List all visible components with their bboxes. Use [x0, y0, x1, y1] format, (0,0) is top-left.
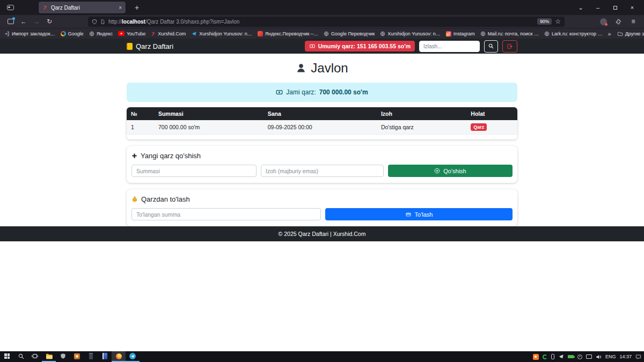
- bookmark-item[interactable]: Instagram: [446, 31, 475, 36]
- windows-logo-icon: [4, 353, 10, 359]
- pc-app-button[interactable]: [84, 351, 98, 362]
- brand-link[interactable]: Qarz Daftari: [127, 42, 173, 50]
- cell-sana: 09-09-2025 00:00: [264, 120, 377, 135]
- app-menu-button[interactable]: ≡: [627, 16, 640, 27]
- task-view-button[interactable]: [28, 351, 42, 362]
- paid-amount-input[interactable]: [131, 208, 321, 220]
- browser-tab-bar: Qarz Daftari × + ⌄ – ×: [0, 0, 644, 15]
- browser-tab[interactable]: Qarz Daftari ×: [39, 2, 126, 13]
- bookmark-star-icon[interactable]: ☆: [555, 18, 561, 25]
- phone-tray-icon[interactable]: [551, 354, 554, 359]
- start-button[interactable]: [0, 351, 14, 362]
- pay-button[interactable]: To'lash: [325, 208, 513, 220]
- bookmark-item[interactable]: Импорт закладок…: [4, 31, 55, 36]
- logout-button[interactable]: [502, 40, 517, 53]
- bookmark-item[interactable]: Xurshidjon Yunusov: n…: [191, 31, 252, 36]
- instagram-icon: [446, 31, 451, 36]
- green-c-tray-icon[interactable]: [543, 354, 547, 359]
- tab-close-icon[interactable]: ×: [119, 5, 122, 11]
- window-controls: ⌄ – ×: [572, 1, 641, 14]
- defender-button[interactable]: [56, 351, 70, 362]
- globe-icon: [544, 31, 550, 36]
- tab-list-chevron-icon[interactable]: ⌄: [572, 1, 589, 14]
- tab-title: Qarz Daftari: [51, 5, 115, 11]
- file-explorer-icon: [46, 353, 53, 359]
- cell-summa: 700 000.00 so'm: [154, 120, 264, 135]
- debts-table: № Summasi Sana Izoh Holat 1 700 000.00 s…: [127, 107, 517, 135]
- display-tray-icon[interactable]: [586, 354, 592, 359]
- globe-icon: [89, 31, 94, 36]
- bookmark-item[interactable]: Lark.ru: конструктор …: [544, 31, 603, 36]
- profile-avatar: [600, 18, 607, 25]
- tracking-shield-icon[interactable]: [92, 19, 97, 25]
- globe-icon: [324, 31, 329, 36]
- telegram-taskbar-button[interactable]: [126, 351, 140, 362]
- firefox-icon: [116, 353, 122, 359]
- new-tab-button[interactable]: +: [130, 2, 144, 13]
- clock-tray-icon[interactable]: [577, 354, 582, 359]
- search-button[interactable]: [484, 40, 498, 53]
- debts-table-card: № Summasi Sana Izoh Holat 1 700 000.00 s…: [127, 107, 517, 139]
- cell-holat: Qarz: [466, 120, 517, 135]
- search-icon: [488, 43, 494, 49]
- url-bar[interactable]: http://localhost/Qarz Daftar 3.0/shaxs.p…: [88, 17, 565, 27]
- bookmark-item[interactable]: Яндекс: [89, 31, 113, 36]
- puzzle-icon: [616, 19, 621, 25]
- credit-card-icon: [405, 212, 412, 217]
- action-center-icon[interactable]: [635, 354, 641, 360]
- bookmarks-overflow-chevron[interactable]: »: [608, 31, 611, 37]
- site-footer: © 2025 Qarz Daftari | Xurshid.Com: [0, 226, 644, 241]
- bookmark-item[interactable]: Яндекс.Переводчик –…: [258, 31, 318, 36]
- restore-button[interactable]: [606, 1, 624, 14]
- other-bookmarks-folder[interactable]: Другие закладки: [617, 31, 644, 36]
- toolbar-right-group: ≡: [597, 16, 640, 27]
- col-header-num: №: [127, 107, 154, 120]
- bookmark-item[interactable]: YouTube: [118, 31, 145, 36]
- language-indicator[interactable]: ENG: [605, 354, 616, 359]
- amount-input[interactable]: [131, 165, 257, 177]
- volume-icon[interactable]: [596, 354, 602, 360]
- xampp-tray-icon[interactable]: [533, 354, 539, 360]
- page-content: Javlon Jami qarz: 700 000.00 so'm № Summ…: [0, 54, 644, 226]
- taskbar-search-button[interactable]: [14, 351, 28, 362]
- total-debt-badge: Umumiy qarz: 151 165 003.55 so'm: [305, 41, 415, 51]
- bookmark-item[interactable]: Google Переводчик: [324, 31, 375, 36]
- close-button[interactable]: ×: [624, 1, 641, 14]
- account-button[interactable]: [597, 16, 610, 27]
- bookmark-item[interactable]: Google: [61, 31, 84, 36]
- sidebar-button[interactable]: [4, 16, 17, 27]
- globe-icon: [480, 31, 486, 36]
- cash-icon: [276, 89, 283, 95]
- plus-icon: [131, 153, 137, 159]
- add-debt-button[interactable]: Qo'shish: [388, 165, 513, 177]
- file-explorer-button[interactable]: [42, 351, 56, 362]
- minimize-button[interactable]: –: [589, 1, 606, 14]
- note-input[interactable]: [261, 165, 384, 177]
- sidebar-icon: [8, 19, 14, 24]
- person-icon: [296, 63, 306, 73]
- bookmark-item[interactable]: Mail.ru: почта, поиск …: [480, 31, 539, 36]
- bookmark-item[interactable]: Xurshidjon Yunusov: n…: [380, 31, 440, 36]
- folder-icon: [617, 31, 623, 36]
- telegram-tray-icon[interactable]: [558, 354, 564, 359]
- battery-tray-icon[interactable]: [568, 355, 574, 358]
- system-tray: ENG 14:37: [533, 351, 644, 362]
- search-input[interactable]: [419, 41, 480, 52]
- zoom-level-badge[interactable]: 90%: [537, 18, 552, 25]
- firefox-taskbar-button[interactable]: [112, 351, 126, 362]
- table-header-row: № Summasi Sana Izoh Holat: [127, 107, 517, 120]
- forward-button[interactable]: →: [30, 16, 43, 27]
- back-button[interactable]: ←: [17, 16, 30, 27]
- bookmark-item[interactable]: Xurshid.Com: [151, 31, 186, 36]
- extensions-button[interactable]: [612, 16, 625, 27]
- paint-app-button[interactable]: [70, 351, 84, 362]
- reload-button[interactable]: ↻: [43, 16, 56, 27]
- notes-app-button[interactable]: [98, 351, 112, 362]
- add-debt-title: Yangi qarz qo'shish: [131, 152, 513, 160]
- url-text: http://localhost/Qarz Daftar 3.0/shaxs.p…: [108, 19, 239, 25]
- total-debt-alert: Jami qarz: 700 000.00 so'm: [127, 83, 517, 102]
- site-navbar: Qarz Daftari Umumiy qarz: 151 165 003.55…: [0, 39, 644, 54]
- firefox-view-button[interactable]: [3, 2, 17, 13]
- page-info-icon[interactable]: [100, 19, 105, 25]
- clock-time[interactable]: 14:37: [619, 354, 632, 359]
